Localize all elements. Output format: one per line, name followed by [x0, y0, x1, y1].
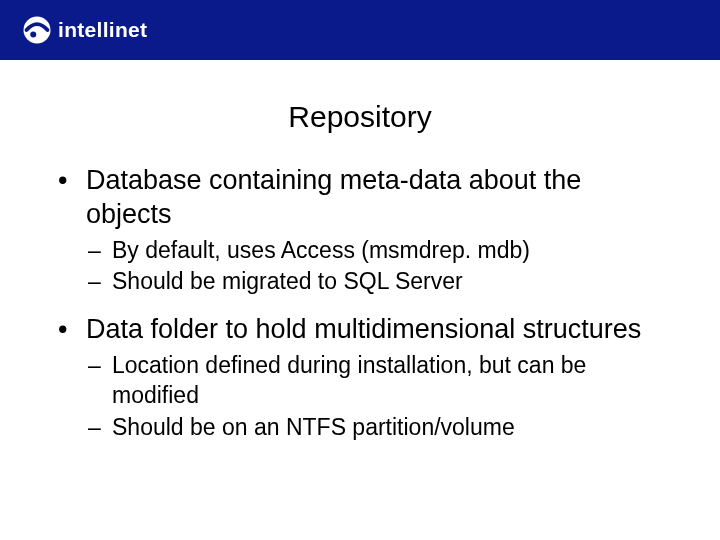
- sub-bullet-item: By default, uses Access (msmdrep. mdb): [40, 236, 670, 266]
- brand-name: intellinet: [58, 18, 147, 42]
- intellinet-logo-icon: [22, 15, 52, 45]
- slide-title: Repository: [0, 100, 720, 134]
- sub-bullet-item: Location defined during installation, bu…: [40, 351, 670, 411]
- header-bar: intellinet: [0, 0, 720, 60]
- brand-logo: intellinet: [22, 15, 147, 45]
- sub-bullet-text: Location defined during installation, bu…: [112, 352, 586, 408]
- sub-bullet-text: Should be on an NTFS partition/volume: [112, 414, 515, 440]
- sub-bullet-item: Should be migrated to SQL Server: [40, 267, 670, 297]
- sub-bullet-text: By default, uses Access (msmdrep. mdb): [112, 237, 530, 263]
- bullet-text: Data folder to hold multidimensional str…: [86, 314, 641, 344]
- bullet-item: Data folder to hold multidimensional str…: [40, 313, 670, 347]
- sub-bullet-text: Should be migrated to SQL Server: [112, 268, 463, 294]
- svg-point-1: [30, 32, 36, 38]
- slide-content: Database containing meta-data about the …: [0, 164, 720, 443]
- bullet-item: Database containing meta-data about the …: [40, 164, 670, 232]
- sub-bullet-item: Should be on an NTFS partition/volume: [40, 413, 670, 443]
- bullet-text: Database containing meta-data about the …: [86, 165, 581, 229]
